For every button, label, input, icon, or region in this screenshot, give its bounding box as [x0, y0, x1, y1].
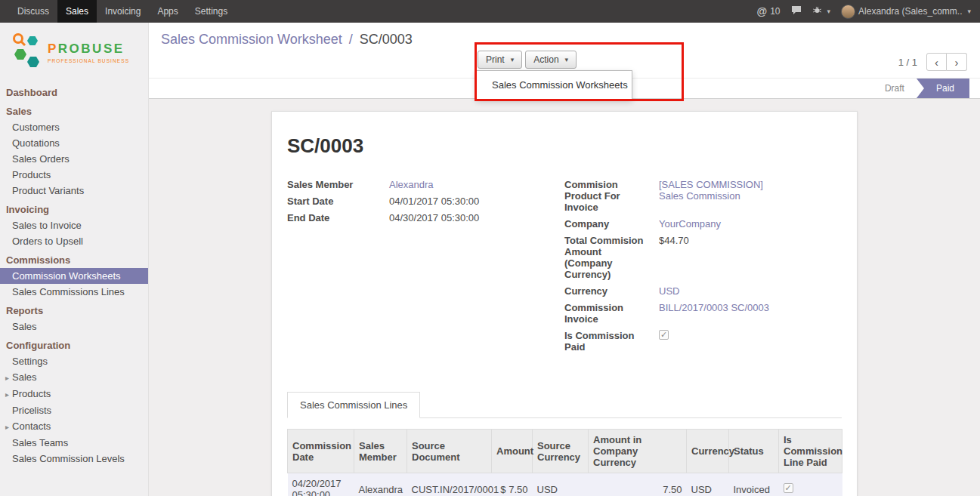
sidebar-section-sales[interactable]: Sales	[0, 103, 148, 119]
field-row-company: CompanyYourCompany	[564, 218, 842, 230]
field-row-currency: CurrencyUSD	[564, 285, 842, 297]
field-row-commission-invoice: Commission InvoiceBILL/2017/0003 SC/0003	[564, 302, 842, 325]
field-value-end-date: 04/30/2017 05:30:00	[389, 212, 479, 223]
field-group-right: Commision Product For Invoice[SALES COMM…	[564, 179, 842, 358]
table-cell: USD	[687, 473, 729, 496]
table-cell: USD	[533, 473, 589, 496]
field-group-left: Sales MemberAlexandraStart Date04/01/201…	[287, 179, 564, 358]
topbar-menus: DiscussSalesInvoicingAppsSettings	[0, 0, 236, 23]
sidebar-item-sales-orders[interactable]: Sales Orders	[0, 151, 148, 167]
table-row[interactable]: 04/20/2017 05:30:00AlexandraCUST.IN/2017…	[288, 473, 842, 496]
mention-icon: @	[757, 5, 768, 17]
expand-arrow-icon: ▸	[5, 374, 9, 382]
menu-item-sales-commission-worksheets[interactable]: Sales Commission Worksheets	[477, 74, 632, 96]
column-header-commission-date[interactable]: Commission Date	[288, 430, 354, 473]
pager-next-button[interactable]: ›	[947, 53, 967, 71]
expand-arrow-icon: ▸	[5, 423, 9, 431]
topbar-systray: @ 10 ▾ Alexan	[757, 0, 980, 23]
field-label: Sales Member	[287, 179, 389, 190]
chevron-down-icon: ▾	[565, 56, 569, 63]
topbar-menu-sales[interactable]: Sales	[57, 0, 97, 23]
sidebar-item-products[interactable]: ▸Products	[0, 386, 148, 402]
chevron-right-icon: ›	[955, 56, 959, 69]
user-avatar	[841, 5, 855, 19]
checkbox-line-paid	[784, 483, 793, 493]
sidebar-item-sales-commissions-lines[interactable]: Sales Commissions Lines	[0, 284, 148, 300]
column-header-is-commission-line-paid[interactable]: Is Commission Line Paid	[779, 430, 842, 473]
sidebar-item-sales-teams[interactable]: Sales Teams	[0, 435, 148, 451]
field-label: Total Commision Amount (Company Currency…	[564, 235, 659, 280]
status-step-draft[interactable]: Draft	[873, 79, 917, 98]
tab-sales-commission-lines[interactable]: Sales Commission Lines	[287, 392, 420, 418]
field-value-company[interactable]: YourCompany	[659, 218, 721, 230]
field-value-currency[interactable]: USD	[659, 285, 679, 297]
status-step-paid[interactable]: Paid	[917, 79, 969, 98]
topbar-menu-settings[interactable]: Settings	[187, 0, 236, 23]
sidebar-item-sales[interactable]: Sales	[0, 319, 148, 334]
field-value-total-commision-amount-company-currency: $44.70	[659, 235, 689, 280]
column-header-sales-member[interactable]: Sales Member	[354, 430, 407, 473]
column-header-source-document[interactable]: Source Document	[407, 430, 492, 473]
topbar-menu-discuss[interactable]: Discuss	[9, 0, 57, 23]
column-header-currency[interactable]: Currency	[687, 430, 729, 473]
table-cell: Alexandra	[354, 473, 407, 496]
user-menu[interactable]: Alexandra (Sales_comm.. ▾	[841, 5, 971, 19]
topbar-menu-apps[interactable]: Apps	[149, 0, 186, 23]
sidebar-item-sales[interactable]: ▸Sales	[0, 369, 148, 386]
sidebar-section-reports[interactable]: Reports	[0, 302, 148, 319]
action-button[interactable]: Action ▾	[525, 51, 577, 69]
sidebar-section-configuration[interactable]: Configuration	[0, 337, 148, 353]
field-value-sales-member[interactable]: Alexandra	[389, 179, 434, 190]
pager-previous-button[interactable]: ‹	[926, 53, 947, 71]
sidebar: PROBUSE PROFESSIONAL BUSINESS DashboardS…	[0, 23, 149, 496]
sidebar-section-commissions[interactable]: Commissions	[0, 251, 148, 268]
breadcrumb-parent-link[interactable]: Sales Commission Worksheet	[161, 32, 342, 47]
field-row-is-commission-paid: Is Commission Paid	[564, 330, 842, 353]
sidebar-item-settings[interactable]: Settings	[0, 353, 148, 369]
topbar-menu-invoicing[interactable]: Invoicing	[97, 0, 149, 23]
sidebar-item-products[interactable]: Products	[0, 167, 148, 183]
sidebar-item-contacts[interactable]: ▸Contacts	[0, 418, 148, 435]
field-label: End Date	[287, 212, 389, 223]
print-dropdown-menu: Sales Commission Worksheets	[476, 70, 632, 100]
table-cell: Invoiced	[729, 473, 779, 496]
field-groups: Sales MemberAlexandraStart Date04/01/201…	[287, 179, 842, 358]
field-label: Currency	[564, 285, 659, 297]
column-header-amount[interactable]: Amount	[492, 430, 533, 473]
chevron-down-icon: ▾	[967, 8, 971, 15]
sidebar-item-product-variants[interactable]: Product Variants	[0, 183, 148, 199]
print-button[interactable]: Print ▾	[478, 51, 522, 69]
sidebar-item-quotations[interactable]: Quotations	[0, 135, 148, 151]
field-row-sales-member: Sales MemberAlexandra	[287, 179, 564, 190]
table-cell	[779, 473, 842, 496]
field-value-commision-product-for-invoice[interactable]: [SALES COMMISSION] Sales Commission	[659, 179, 787, 213]
table-header-row: Commission DateSales MemberSource Docume…	[288, 430, 842, 473]
sidebar-section-invoicing[interactable]: Invoicing	[0, 201, 148, 217]
messages-button[interactable]	[791, 5, 802, 17]
top-navigation-bar: DiscussSalesInvoicingAppsSettings @ 10	[0, 0, 980, 23]
checkbox-is-commission-paid	[659, 330, 669, 340]
table-body: 04/20/2017 05:30:00AlexandraCUST.IN/2017…	[288, 473, 842, 496]
breadcrumb-separator: /	[349, 32, 353, 47]
sidebar-section-dashboard[interactable]: Dashboard	[0, 84, 148, 100]
column-header-status[interactable]: Status	[729, 430, 779, 473]
pager-counter: 1 / 1	[898, 57, 917, 68]
field-value-commission-invoice[interactable]: BILL/2017/0003 SC/0003	[659, 302, 769, 325]
field-label: Company	[564, 218, 659, 230]
content-area: SC/0003 Sales MemberAlexandraStart Date0…	[149, 99, 980, 496]
column-header-amount-in-company-currency[interactable]: Amount in Company Currency	[589, 430, 687, 473]
mentions-button[interactable]: @ 10	[757, 5, 781, 17]
column-header-source-currency[interactable]: Source Currency	[533, 430, 589, 473]
probuse-logo-mark	[11, 32, 42, 72]
sidebar-item-orders-to-upsell[interactable]: Orders to Upsell	[0, 233, 148, 249]
sidebar-item-pricelists[interactable]: Pricelists	[0, 402, 148, 418]
sidebar-item-commission-worksheets[interactable]: Commission Worksheets	[0, 268, 148, 284]
sidebar-item-customers[interactable]: Customers	[0, 119, 148, 135]
sidebar-item-sales-to-invoice[interactable]: Sales to Invoice	[0, 217, 148, 233]
pager: 1 / 1 ‹ ›	[898, 53, 967, 71]
field-row-total-commision-amount-company-currency: Total Commision Amount (Company Currency…	[564, 235, 842, 280]
probuse-logo[interactable]: PROBUSE PROFESSIONAL BUSINESS	[0, 23, 148, 82]
sidebar-item-sales-commission-levels[interactable]: Sales Commission Levels	[0, 451, 148, 467]
debug-menu-button[interactable]: ▾	[812, 5, 831, 17]
table-cell: 04/20/2017 05:30:00	[288, 473, 354, 496]
